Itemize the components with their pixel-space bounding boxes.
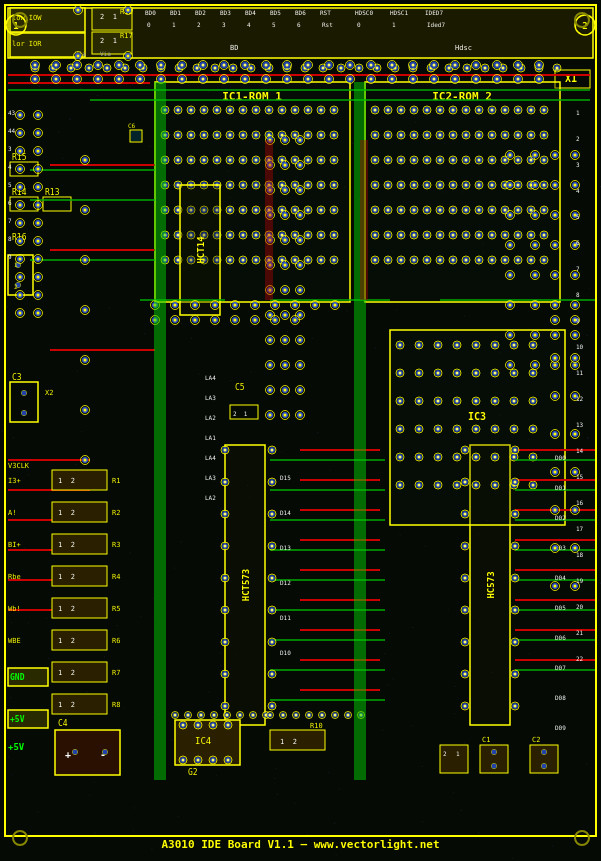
pcb-board [0,0,601,861]
